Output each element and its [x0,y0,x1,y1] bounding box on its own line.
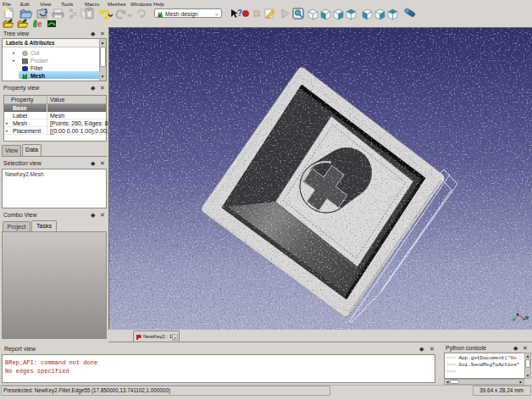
svg-text:e: e [37,19,42,29]
svg-text:?: ? [237,8,242,18]
